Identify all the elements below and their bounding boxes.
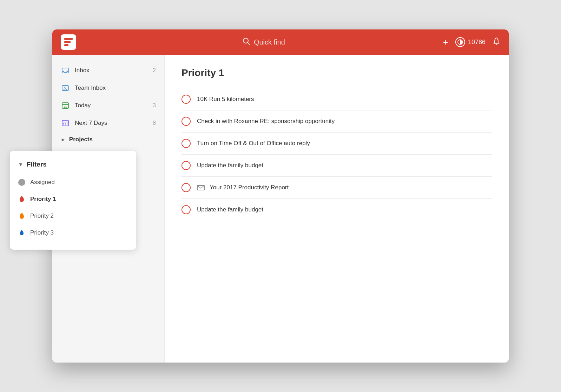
projects-label: Projects	[69, 136, 93, 143]
inbox-icon	[61, 66, 70, 75]
task-checkbox-2[interactable]	[182, 117, 191, 126]
task-item-6[interactable]: Update the family budget	[182, 199, 492, 221]
svg-point-16	[65, 123, 66, 124]
task-text-5: Your 2017 Productivity Report	[197, 184, 289, 191]
today-label: Today	[75, 102, 148, 109]
filter-item-priority-1[interactable]: Priority 1	[52, 191, 136, 208]
svg-text:21: 21	[64, 105, 67, 108]
inbox-label: Inbox	[75, 67, 148, 74]
task-item-4[interactable]: Update the family budget	[182, 155, 492, 177]
sidebar-item-inbox[interactable]: Inbox 2	[52, 62, 164, 79]
task-checkbox-3[interactable]	[182, 139, 191, 148]
task-item-3[interactable]: Turn on Time Off & Out of Office auto re…	[182, 133, 492, 155]
filter-item-priority-2[interactable]: Priority 2	[52, 208, 136, 224]
svg-point-9	[65, 87, 66, 88]
karma-value: 10786	[468, 39, 486, 46]
task-text-3: Turn on Time Off & Out of Office auto re…	[197, 140, 310, 147]
task-checkbox-4[interactable]	[182, 161, 191, 170]
today-count: 3	[153, 102, 156, 109]
sidebar-item-team-inbox[interactable]: Team Inbox	[52, 79, 164, 97]
svg-line-4	[248, 42, 250, 45]
svg-point-19	[65, 124, 66, 125]
filter-item-priority-3[interactable]: Priority 3	[52, 224, 136, 241]
karma-display[interactable]: 10786	[455, 37, 486, 47]
sidebar-item-today[interactable]: 21 Today 3	[52, 97, 164, 114]
assigned-label: Assigned	[52, 179, 55, 186]
email-envelope-icon	[197, 185, 205, 190]
app-logo[interactable]	[61, 34, 76, 50]
priority-1-label: Priority 1	[52, 196, 56, 203]
search-placeholder: Quick find	[254, 38, 285, 46]
chevron-right-icon: ►	[61, 137, 66, 142]
sidebar-projects[interactable]: ► Projects	[52, 132, 164, 147]
today-icon: 21	[61, 101, 70, 110]
next-days-icon	[61, 119, 70, 128]
main-content: Priority 1 10K Run 5 kilometers Check in…	[165, 55, 509, 363]
karma-icon	[455, 37, 465, 47]
search-icon	[243, 38, 250, 47]
priority-2-label: Priority 2	[52, 212, 54, 219]
svg-rect-2	[64, 44, 68, 46]
team-inbox-icon	[61, 83, 70, 93]
next-7-days-count: 8	[153, 120, 156, 126]
sidebar-item-next-7-days[interactable]: Next 7 Days 8	[52, 114, 164, 132]
add-button[interactable]: +	[443, 37, 448, 48]
task-checkbox-1[interactable]	[182, 95, 191, 104]
inbox-count: 2	[153, 67, 156, 74]
task-item-5[interactable]: Your 2017 Productivity Report	[182, 177, 492, 199]
next-7-days-label: Next 7 Days	[75, 120, 148, 127]
task-checkbox-6[interactable]	[182, 205, 191, 214]
app-window: Quick find + 10786	[52, 29, 509, 363]
task-text-6: Update the family budget	[197, 206, 263, 213]
page-title: Priority 1	[182, 67, 492, 79]
filter-item-assigned[interactable]: Assigned	[52, 174, 136, 191]
svg-point-18	[63, 124, 64, 125]
filter-panel: ▼ Filters Assigned Priority 1	[52, 151, 136, 250]
svg-point-17	[67, 123, 67, 124]
svg-rect-0	[64, 38, 73, 40]
svg-rect-1	[64, 41, 71, 43]
task-list: 10K Run 5 kilometers Check in with Roxan…	[182, 88, 492, 221]
task-item-2[interactable]: Check in with Roxanne RE: sponsorship op…	[182, 110, 492, 133]
task-text-4: Update the family budget	[197, 162, 263, 169]
svg-point-6	[496, 44, 497, 45]
svg-point-15	[63, 123, 64, 124]
svg-rect-8	[62, 86, 68, 90]
filters-header[interactable]: ▼ Filters	[52, 158, 136, 174]
task-item-1[interactable]: 10K Run 5 kilometers	[182, 88, 492, 110]
header-actions: + 10786	[443, 37, 500, 48]
header: Quick find + 10786	[52, 29, 509, 55]
search-bar[interactable]: Quick find	[85, 38, 443, 47]
task-checkbox-5[interactable]	[182, 183, 191, 192]
team-inbox-label: Team Inbox	[75, 85, 156, 92]
task-text-1: 10K Run 5 kilometers	[197, 96, 254, 103]
priority-3-label: Priority 3	[52, 229, 54, 236]
task-text-2: Check in with Roxanne RE: sponsorship op…	[197, 118, 335, 125]
bell-icon[interactable]	[493, 37, 500, 47]
